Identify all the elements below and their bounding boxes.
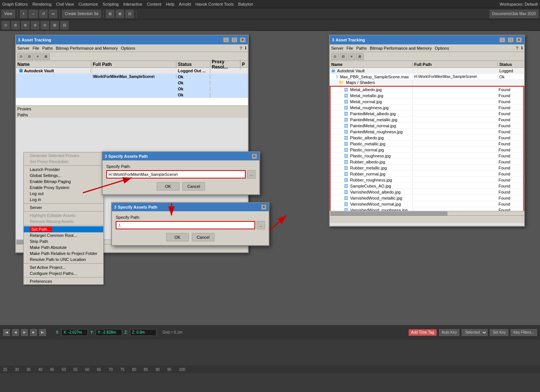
align-button[interactable]: ⊟ <box>125 10 134 18</box>
right-row-file-6[interactable]: 🖼 PaintedMetal_metallic.jpg Found <box>330 117 523 123</box>
move-tool[interactable]: ↔ <box>29 10 38 18</box>
right-hscroll[interactable] <box>330 211 524 215</box>
menu-server[interactable]: Server <box>24 204 103 210</box>
add-time-tag-btn[interactable]: Add Time Tag <box>408 329 437 336</box>
dialog2-browse-btn[interactable]: ... <box>257 221 265 229</box>
left-menu-bitmap[interactable]: Bitmap Performance and Memory <box>56 46 118 50</box>
tb2-btn2[interactable]: ⊚ <box>11 21 20 29</box>
dialog2-cancel[interactable]: Cancel <box>192 233 214 241</box>
left-menu-paths[interactable]: Paths <box>42 46 53 50</box>
menu-retarget-root[interactable]: Retarget Common Root... <box>24 232 103 238</box>
tb-btn-1[interactable]: ⊙ <box>17 53 25 60</box>
left-menu-options[interactable]: Options <box>121 46 135 50</box>
dialog2-ok[interactable]: OK <box>166 233 189 241</box>
right-window-minimize[interactable]: ─ <box>499 37 505 43</box>
right-row-file-1[interactable]: 🖼 Metal_albedo.jpg Found <box>330 87 523 93</box>
mirror-button[interactable]: ⊠ <box>116 10 124 18</box>
right-tb-btn2[interactable]: ⊟ <box>340 53 347 60</box>
left-window-minimize[interactable]: ─ <box>223 37 229 43</box>
menu-babylon[interactable]: Babylon <box>238 2 253 6</box>
right-row-file-9[interactable]: 🖼 Plastic_albedo.jpg Found <box>330 135 523 141</box>
right-row-file-8[interactable]: 🖼 PaintedMetal_roughness.jpg Found <box>330 129 523 135</box>
menu-civil-view[interactable]: Civil View <box>56 2 74 6</box>
main-viewport[interactable]: 3 Asset Tracking ─ □ ✕ Server File Paths… <box>0 31 540 325</box>
tb2-btn3[interactable]: ⊛ <box>21 21 29 29</box>
tb2-btn7[interactable]: ⊟ <box>60 21 69 29</box>
right-tb-btn1[interactable]: ⊙ <box>331 53 339 60</box>
table-row[interactable]: Ok <box>16 86 248 92</box>
tb-btn-4[interactable]: ⊞ <box>42 53 50 60</box>
menu-arnold[interactable]: Arnold <box>179 2 191 6</box>
menu-bitmap-paging[interactable]: Enable Bitmap Paging <box>24 178 103 185</box>
left-menu-file[interactable]: File <box>32 46 39 50</box>
menu-help[interactable]: Help <box>166 2 174 6</box>
menu-global-settings[interactable]: Global Settings... <box>24 172 103 178</box>
right-row-vault[interactable]: 🏛 Autodesk Vault Logged <box>330 68 524 74</box>
scale-tool[interactable]: ⇔ <box>49 10 57 18</box>
menu-resolve-unc[interactable]: Resolve Path to UNC Location <box>24 256 103 262</box>
tb2-btn6[interactable]: ⊞ <box>50 21 59 29</box>
right-row-file-11[interactable]: 🖼 Plastic_normal.jpg Found <box>330 147 523 153</box>
right-row-file-15[interactable]: 🖼 Rubber_normal.jpg Found <box>330 171 523 177</box>
right-row-file-18[interactable]: 🖼 VarnishedWood_albedo.jpg Found <box>330 189 523 195</box>
menu-log-out[interactable]: Log out <box>24 191 103 197</box>
tb2-btn4[interactable]: ⊜ <box>31 21 39 29</box>
right-row-file-17[interactable]: 🖼 SampleCubes_AO.jpg Found <box>330 183 523 189</box>
table-row[interactable]: Ok <box>16 80 248 86</box>
right-menu-bitmap[interactable]: Bitmap Performance and Memory <box>370 46 431 50</box>
docs-path[interactable]: Documents\3ds Max 2020 <box>490 10 538 18</box>
right-row-file-4[interactable]: 🖼 Metal_roughness.jpg Found <box>330 105 523 111</box>
menu-havok[interactable]: Havok Content Tools <box>196 2 234 6</box>
view-button[interactable]: View <box>2 10 15 18</box>
right-row-file-7[interactable]: 🖼 PaintedMetal_normal.jpg Found <box>330 123 523 129</box>
select-tool[interactable]: + <box>20 10 28 18</box>
table-row[interactable]: \Work\ForMike\Max_SampleScene\ Ok <box>16 74 248 80</box>
right-row-file-20[interactable]: 🖼 VarnishedWood_normal.jpg Found <box>330 201 523 207</box>
left-window-maximize[interactable]: □ <box>231 37 237 43</box>
right-window-close[interactable]: ✕ <box>516 37 522 43</box>
selected-dropdown[interactable]: Selected <box>462 329 488 336</box>
menu-log-in[interactable]: Log in <box>24 197 103 203</box>
right-row-file-19[interactable]: 🖼 VarnishedWood_metallic.jpg Found <box>330 195 523 201</box>
menu-customize[interactable]: Customize <box>78 2 98 6</box>
rotate-tool[interactable]: ↺ <box>39 10 47 18</box>
tb-btn-3[interactable]: ≡ <box>34 53 41 60</box>
right-row-file-12[interactable]: 🖼 Plastic_roughness.jpg Found <box>330 153 523 159</box>
menu-set-path[interactable]: Set Path... <box>24 226 103 232</box>
right-row-folder[interactable]: 📁 Maps / Shaders <box>330 80 524 86</box>
auto-key-btn[interactable]: Auto Key <box>439 329 460 336</box>
tb2-btn1[interactable]: ⊙ <box>2 21 10 29</box>
right-row-scene[interactable]: 3 Max_PBR_Setup_SampleScene.max H:\Work\… <box>330 74 524 80</box>
right-tb-btn3[interactable]: ≡ <box>348 53 355 60</box>
right-row-file-2[interactable]: 🖼 Metal_metallic.jpg Found <box>330 93 523 99</box>
menu-make-relative[interactable]: Make Path Relative to Project Folder <box>24 250 103 256</box>
left-window-close[interactable]: ✕ <box>240 37 246 43</box>
dialog1-close[interactable]: ✕ <box>252 154 257 159</box>
right-menu-paths[interactable]: Paths <box>356 46 367 50</box>
create-selection-button[interactable]: Create Selection Se <box>62 10 101 18</box>
dialog1-cancel[interactable]: Cancel <box>182 182 205 191</box>
menu-preferences[interactable]: Preferences <box>24 278 103 284</box>
right-menu-options[interactable]: Options <box>435 46 449 50</box>
right-menu-server[interactable]: Server <box>331 46 343 50</box>
right-row-file-21[interactable]: 🖼 VarnishedWood_roughness.jpg Found <box>330 207 523 211</box>
menu-interactive[interactable]: Interactive <box>123 2 142 6</box>
menu-active-project[interactable]: Set Active Project... <box>24 264 103 270</box>
right-row-file-14[interactable]: 🖼 Rubber_metallic.jpg Found <box>330 165 523 171</box>
dialog2-path-input[interactable] <box>116 221 255 229</box>
menu-scripting[interactable]: Scripting <box>102 2 119 6</box>
anim-play[interactable]: ▶ <box>21 329 28 336</box>
right-row-file-10[interactable]: 🖼 Plastic_metallic.jpg Found <box>330 141 523 147</box>
left-help-icon[interactable]: ? <box>240 46 242 50</box>
anim-go-end[interactable]: ▶| <box>39 329 46 336</box>
right-window-maximize[interactable]: □ <box>508 37 514 43</box>
menu-proxy-res[interactable]: Set Proxy Resolution <box>24 159 103 165</box>
menu-strip-path[interactable]: Strip Path <box>24 238 103 244</box>
menu-highlight-assets[interactable]: Highlight Editable Assets <box>24 212 103 218</box>
set-key-btn[interactable]: Set Key <box>490 329 508 336</box>
menu-rendering[interactable]: Rendering <box>32 2 52 6</box>
menu-launch-provider[interactable]: Launch Provider <box>24 166 103 172</box>
right-row-file-5[interactable]: 🖼 PaintedMetal_albedo.jpg Found <box>330 111 523 117</box>
key-filters-btn[interactable]: Key Filters... <box>511 329 537 336</box>
right-hscroll-thumb[interactable] <box>330 212 447 215</box>
